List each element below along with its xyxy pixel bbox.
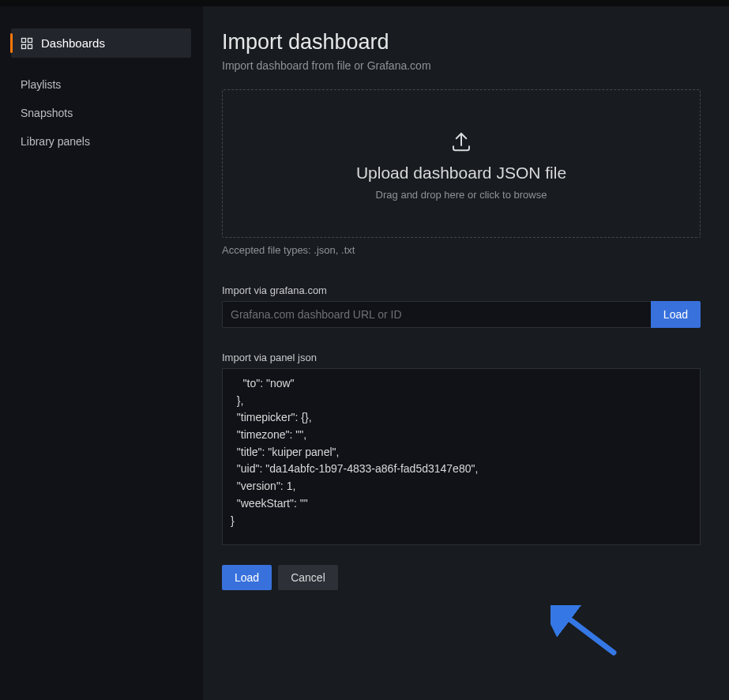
action-row: Load Cancel (222, 565, 701, 590)
sidebar-item-snapshots[interactable]: Snapshots (11, 99, 191, 127)
grafana-url-row: Load (222, 301, 701, 328)
sidebar: Dashboards Playlists Snapshots Library p… (0, 6, 202, 700)
sidebar-item-label: Library panels (21, 135, 90, 148)
cancel-button[interactable]: Cancel (278, 565, 338, 590)
page-title: Import dashboard (222, 30, 701, 55)
accepted-file-types: Accepted file types: .json, .txt (222, 244, 701, 256)
upload-dropzone[interactable]: Upload dashboard JSON file Drag and drop… (222, 89, 701, 238)
sidebar-item-label: Snapshots (21, 107, 73, 119)
app-layout: Dashboards Playlists Snapshots Library p… (0, 6, 729, 700)
svg-rect-2 (22, 44, 26, 48)
upload-hint: Drag and drop here or click to browse (239, 189, 684, 201)
sidebar-item-label: Dashboards (41, 36, 105, 50)
main-content: Import dashboard Import dashboard from f… (202, 6, 729, 700)
panel-json-textarea[interactable] (222, 368, 701, 545)
svg-line-5 (562, 613, 614, 653)
sidebar-item-library-panels[interactable]: Library panels (11, 127, 191, 156)
load-button[interactable]: Load (222, 565, 272, 590)
dashboards-icon (21, 37, 33, 50)
svg-rect-0 (22, 38, 26, 42)
top-bar (0, 0, 729, 6)
svg-rect-1 (28, 38, 32, 42)
grafana-url-input[interactable] (222, 301, 651, 328)
sidebar-item-dashboards[interactable]: Dashboards (11, 28, 191, 58)
grafana-url-label: Import via grafana.com (222, 284, 701, 296)
panel-json-label: Import via panel json (222, 352, 701, 363)
upload-icon (449, 130, 473, 153)
annotation-arrow (551, 605, 622, 660)
svg-rect-3 (28, 44, 32, 48)
sidebar-item-label: Playlists (21, 78, 61, 91)
grafana-url-load-button[interactable]: Load (651, 301, 701, 328)
sidebar-item-playlists[interactable]: Playlists (11, 70, 191, 99)
upload-heading: Upload dashboard JSON file (239, 164, 684, 183)
page-subtitle: Import dashboard from file or Grafana.co… (222, 59, 701, 72)
